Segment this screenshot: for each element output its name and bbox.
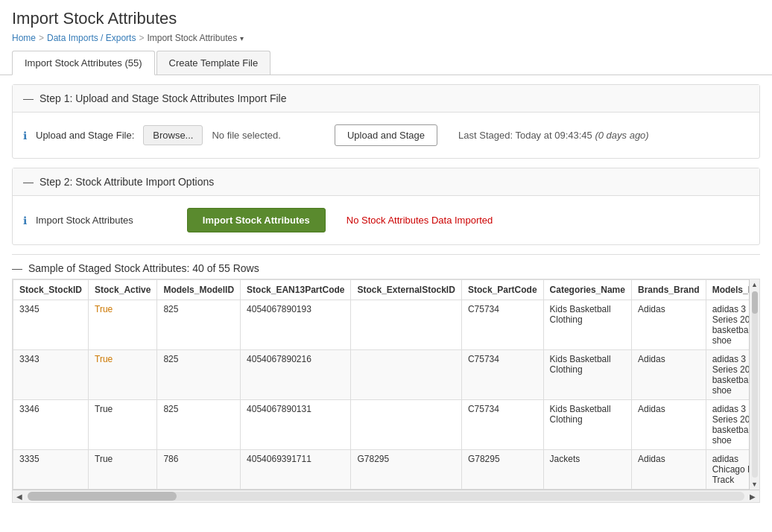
breadcrumb-section[interactable]: Data Imports / Exports (47, 33, 136, 43)
horizontal-scrollbar[interactable]: ◀ ▶ (13, 490, 759, 502)
cell-stock-id: 3335 (13, 450, 89, 490)
step2-title: Step 2: Stock Attribute Import Options (39, 176, 214, 188)
breadcrumb-dropdown-icon[interactable]: ▾ (240, 34, 244, 42)
step2-collapse-icon[interactable]: — (23, 176, 34, 188)
sample-header: — Sample of Staged Stock Attributes: 40 … (12, 254, 760, 279)
cell-ext-stock-id (351, 350, 461, 400)
cell-model-id: 786 (157, 450, 241, 490)
step1-section: — Step 1: Upload and Stage Stock Attribu… (12, 84, 760, 159)
sample-table-wrapper: Stock_StockID Stock_Active Models_ModelI… (12, 279, 760, 503)
col-ext-stock-id: Stock_ExternalStockID (351, 280, 461, 300)
col-active: Stock_Active (89, 280, 157, 300)
import-stock-attributes-button[interactable]: Import Stock Attributes (187, 208, 326, 232)
cell-brand: Adidas (631, 300, 706, 350)
import-field-label: Import Stock Attributes (36, 215, 133, 226)
col-part-code: Stock_PartCode (461, 280, 543, 300)
breadcrumb-current: Import Stock Attributes (147, 33, 237, 43)
cell-cat-name: Jackets (543, 450, 631, 490)
h-scroll-track[interactable] (28, 492, 744, 501)
table-row: 3345 True 825 4054067890193 C75734 Kids … (13, 300, 760, 350)
breadcrumb-sep2: > (139, 33, 144, 43)
cell-part-code: C75734 (461, 400, 543, 450)
page-title: Import Stock Attributes (0, 0, 772, 33)
sample-table: Stock_StockID Stock_Active Models_ModelI… (13, 279, 759, 490)
no-data-message: No Stock Attributes Data Imported (347, 215, 493, 226)
cell-ean: 4054067890193 (241, 300, 351, 350)
cell-ean: 4054069391711 (241, 450, 351, 490)
cell-part-code: C75734 (461, 350, 543, 400)
cell-brand: Adidas (631, 450, 706, 490)
scroll-right-icon[interactable]: ▶ (747, 493, 758, 501)
col-stock-id: Stock_StockID (13, 280, 89, 300)
v-scroll-thumb[interactable] (752, 291, 758, 314)
step2-body: ℹ Import Stock Attributes Import Stock A… (13, 196, 759, 244)
breadcrumb-home[interactable]: Home (12, 33, 36, 43)
tabs-bar: Import Stock Attributes (55) Create Temp… (0, 51, 772, 75)
cell-model-id: 825 (157, 350, 241, 400)
step2-header[interactable]: — Step 2: Stock Attribute Import Options (13, 168, 759, 196)
col-brand: Brands_Brand (631, 280, 706, 300)
cell-active: True (89, 400, 157, 450)
last-staged-ago: (0 days ago) (595, 130, 648, 141)
col-cat-name: Categories_Name (543, 280, 631, 300)
cell-stock-id: 3345 (13, 300, 89, 350)
upload-field-label: Upload and Stage File: (36, 130, 134, 141)
cell-active: True (89, 350, 157, 400)
vertical-scrollbar[interactable]: ▲ ▼ (749, 279, 759, 490)
import-info-icon[interactable]: ℹ (23, 215, 27, 227)
table-row: 3343 True 825 4054067890216 C75734 Kids … (13, 350, 760, 400)
sample-title: Sample of Staged Stock Attributes: 40 of… (28, 262, 259, 274)
table-row: 3335 True 786 4054069391711 G78295 G7829… (13, 450, 760, 490)
no-file-label: No file selected. (212, 130, 281, 141)
cell-ext-stock-id (351, 400, 461, 450)
cell-ean: 4054067890216 (241, 350, 351, 400)
cell-model-id: 825 (157, 400, 241, 450)
cell-cat-name: Kids Basketball Clothing (543, 300, 631, 350)
tab-import-stock-attributes[interactable]: Import Stock Attributes (55) (12, 51, 155, 75)
breadcrumb: Home > Data Imports / Exports > Import S… (0, 33, 772, 51)
tab-create-template[interactable]: Create Template File (156, 51, 271, 75)
scroll-up-icon[interactable]: ▲ (750, 279, 759, 290)
step2-section: — Step 2: Stock Attribute Import Options… (12, 168, 760, 245)
cell-ext-stock-id: G78295 (351, 450, 461, 490)
cell-part-code: G78295 (461, 450, 543, 490)
v-scroll-track[interactable] (752, 291, 758, 478)
table-header-row: Stock_StockID Stock_Active Models_ModelI… (13, 280, 760, 300)
cell-cat-name: Kids Basketball Clothing (543, 350, 631, 400)
cell-ext-stock-id (351, 300, 461, 350)
sample-section: — Sample of Staged Stock Attributes: 40 … (12, 254, 760, 503)
cell-part-code: C75734 (461, 300, 543, 350)
import-field-row: ℹ Import Stock Attributes Import Stock A… (23, 208, 749, 232)
step1-title: Step 1: Upload and Stage Stock Attribute… (39, 92, 287, 104)
scroll-left-icon[interactable]: ◀ (14, 493, 25, 501)
last-staged-text: Last Staged: Today at 09:43:45 (0 days a… (458, 130, 649, 141)
table-row: 3346 True 825 4054067890131 C75734 Kids … (13, 400, 760, 450)
step1-body: ℹ Upload and Stage File: Browse... No fi… (13, 113, 759, 158)
scroll-down-icon[interactable]: ▼ (750, 479, 759, 490)
cell-brand: Adidas (631, 350, 706, 400)
cell-brand: Adidas (631, 400, 706, 450)
col-ean: Stock_EAN13PartCode (241, 280, 351, 300)
cell-active: True (89, 450, 157, 490)
cell-ean: 4054067890131 (241, 400, 351, 450)
h-scroll-thumb[interactable] (28, 492, 177, 501)
col-model-id: Models_ModelID (157, 280, 241, 300)
cell-stock-id: 3343 (13, 350, 89, 400)
sample-collapse-icon[interactable]: — (12, 262, 22, 274)
browse-button[interactable]: Browse... (143, 125, 203, 145)
cell-cat-name: Kids Basketball Clothing (543, 400, 631, 450)
cell-model-id: 825 (157, 300, 241, 350)
cell-active: True (89, 300, 157, 350)
breadcrumb-sep1: > (39, 33, 44, 43)
upload-field-row: ℹ Upload and Stage File: Browse... No fi… (23, 124, 749, 146)
upload-info-icon[interactable]: ℹ (23, 130, 27, 142)
upload-stage-button[interactable]: Upload and Stage (335, 124, 437, 146)
step1-collapse-icon[interactable]: — (23, 92, 34, 104)
step1-header[interactable]: — Step 1: Upload and Stage Stock Attribu… (13, 85, 759, 113)
cell-stock-id: 3346 (13, 400, 89, 450)
